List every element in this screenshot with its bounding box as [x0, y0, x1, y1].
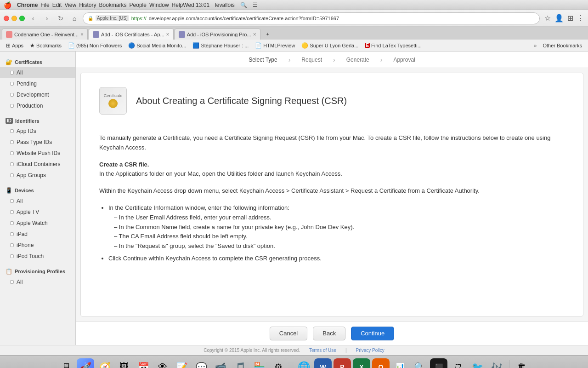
continue-button[interactable]: Continue	[351, 327, 394, 340]
bm-social-media[interactable]: 🔵 Social Media Monito...	[126, 41, 188, 50]
menu-people[interactable]: People	[130, 2, 147, 8]
dock-powerpoint[interactable]: P	[334, 358, 351, 368]
app-ids-label: App IDs	[17, 128, 36, 134]
reload-button[interactable]: ↻	[55, 13, 66, 24]
search-icon[interactable]: 🔍	[240, 2, 247, 8]
cert-section1-title: Create a CSR file.	[99, 161, 149, 168]
dock-word[interactable]: W	[314, 358, 332, 368]
tab-close-1[interactable]: ×	[80, 31, 84, 38]
bm-stephane[interactable]: 🟦 Stéphane Hauser : ...	[190, 41, 251, 50]
bookmarks-bar: ⊞ Apps ★ Bookmarks 📄 (985) Non Followers…	[0, 40, 588, 52]
dock-music[interactable]: 🎶	[488, 358, 505, 368]
step-request[interactable]: Request	[292, 52, 331, 68]
bm-other-bookmarks[interactable]: Other Bookmarks	[540, 42, 584, 49]
step-select-type[interactable]: Select Type	[239, 52, 286, 68]
dock-notes[interactable]: 📝	[173, 358, 191, 368]
bm-stephane-label: Stéphane Hauser : ...	[201, 43, 249, 48]
sidebar-item-iphone[interactable]: iPhone	[0, 240, 75, 251]
sidebar-item-development[interactable]: Development	[0, 89, 75, 100]
dock-messages[interactable]: 💬	[192, 358, 210, 368]
sidebar-item-all-certs[interactable]: All	[0, 67, 75, 78]
menu-window[interactable]: Window	[149, 2, 169, 8]
step-approval[interactable]: Approval	[384, 52, 424, 68]
sidebar-item-ipod-touch[interactable]: iPod Touch	[0, 251, 75, 262]
bm-find-latex[interactable]: E Find LaTex Typesetti...	[362, 42, 424, 49]
dock-finder[interactable]: 🖥	[57, 358, 75, 368]
menu-help[interactable]: Help	[172, 2, 183, 8]
bm-apps[interactable]: ⊞ Apps	[4, 41, 26, 50]
menu-edit[interactable]: Edit	[52, 2, 62, 8]
bm-bookmarks[interactable]: ★ Bookmarks	[28, 41, 64, 50]
sidebar-item-app-ids[interactable]: App IDs	[0, 126, 75, 137]
sidebar-item-pass-type-ids[interactable]: Pass Type IDs	[0, 137, 75, 148]
pass-type-ids-dot	[10, 140, 14, 144]
maximize-button[interactable]	[19, 16, 25, 21]
menu-history[interactable]: History	[79, 2, 96, 8]
tab-close-2[interactable]: ×	[166, 31, 170, 38]
sidebar-item-website-push-ids[interactable]: Website Push IDs	[0, 148, 75, 159]
cancel-button[interactable]: Cancel	[270, 327, 307, 340]
dock-terminal[interactable]: ⬛	[430, 358, 447, 368]
forward-nav-button[interactable]: ›	[41, 13, 52, 24]
lock-icon: 🔒	[88, 16, 93, 21]
bm-non-followers[interactable]: 📄 (985) Non Followers	[66, 41, 124, 50]
sidebar-item-apple-tv[interactable]: Apple TV	[0, 207, 75, 218]
tab-close-3[interactable]: ×	[253, 31, 256, 38]
cert-sub-1: – In the User Email Address field, enter…	[108, 214, 271, 221]
bm-super-u[interactable]: 🟡 Super U Lyon Gerla...	[299, 41, 361, 50]
tab-1[interactable]: Codename One - Reinvent... ×	[2, 29, 88, 40]
bookmarks-more-button[interactable]: »	[534, 43, 537, 48]
dock-systemprefs[interactable]: ⚙	[270, 358, 287, 368]
tab-new-button[interactable]: +	[261, 29, 274, 40]
sidebar-item-app-groups[interactable]: App Groups	[0, 170, 75, 181]
tab-3[interactable]: Add - iOS Provisioning Pro... ×	[175, 29, 260, 40]
tab-title-2: Add - iOS Certificates - Ap...	[101, 32, 164, 37]
person-icon[interactable]: 👤	[554, 14, 564, 23]
menu-file[interactable]: File	[40, 2, 49, 8]
privacy-link[interactable]: Privacy Policy	[356, 348, 384, 353]
home-button[interactable]: ⌂	[69, 13, 80, 24]
cert-title: About Creating a Certificate Signing Req…	[136, 96, 347, 106]
extensions-icon[interactable]: ⊞	[567, 14, 573, 23]
close-button[interactable]	[4, 16, 9, 21]
menu-bookmarks[interactable]: Bookmarks	[99, 2, 127, 8]
sidebar-item-pending[interactable]: Pending	[0, 78, 75, 89]
apple-logo-icon[interactable]: 🍎	[4, 1, 11, 9]
bm-htmlpreview[interactable]: 📄 HTMLPreview	[253, 41, 297, 50]
dock-trash[interactable]: 🗑	[513, 358, 531, 368]
dock-excel[interactable]: X	[353, 358, 370, 368]
sidebar-item-apple-watch[interactable]: Apple Watch	[0, 218, 75, 229]
settings-icon[interactable]: ⋮	[577, 14, 584, 23]
dock-o365[interactable]: O	[372, 358, 390, 368]
bookmark-star-icon[interactable]: ☆	[544, 14, 551, 23]
tab-2[interactable]: Add - iOS Certificates - Ap... ×	[89, 29, 174, 40]
dock-security[interactable]: 🛡	[449, 358, 467, 368]
dock-tweetbot[interactable]: 🐦	[469, 358, 486, 368]
dock-preview[interactable]: 👁	[154, 358, 171, 368]
menu-chrome[interactable]: Chrome	[17, 2, 38, 8]
menu-view[interactable]: View	[64, 2, 76, 8]
minimize-button[interactable]	[11, 16, 17, 21]
dock-appstore[interactable]: 🏪	[250, 358, 268, 368]
menu-icon[interactable]: ☰	[253, 2, 258, 8]
dock-calendar[interactable]: 📅	[135, 358, 152, 368]
sidebar-item-production[interactable]: Production	[0, 100, 75, 111]
sidebar-item-all-profiles[interactable]: All	[0, 276, 75, 288]
dock-keynote[interactable]: 📊	[391, 358, 409, 368]
back-nav-button[interactable]: ‹	[28, 13, 39, 24]
dock-photos[interactable]: 🖼	[115, 358, 133, 368]
dock-safari[interactable]: 🧭	[96, 358, 113, 368]
dock-itunes[interactable]: 🎵	[231, 358, 249, 368]
dock-launchpad[interactable]: 🚀	[77, 358, 94, 368]
sidebar-item-ipad[interactable]: iPad	[0, 229, 75, 240]
address-bar[interactable]: 🔒 Apple Inc. [US] https:// developer.app…	[83, 12, 540, 24]
dock-chrome[interactable]: 🌐	[295, 358, 312, 368]
back-button[interactable]: Back	[313, 327, 345, 340]
dock-facetime[interactable]: 📹	[212, 358, 229, 368]
sidebar-item-all-devices[interactable]: All	[0, 196, 75, 207]
pending-label: Pending	[17, 80, 37, 87]
terms-link[interactable]: Terms of Use	[309, 348, 336, 353]
sidebar-item-icloud-containers[interactable]: iCloud Containers	[0, 159, 75, 170]
dock-spotlight[interactable]: 🔍	[411, 358, 428, 368]
step-generate[interactable]: Generate	[337, 52, 379, 68]
